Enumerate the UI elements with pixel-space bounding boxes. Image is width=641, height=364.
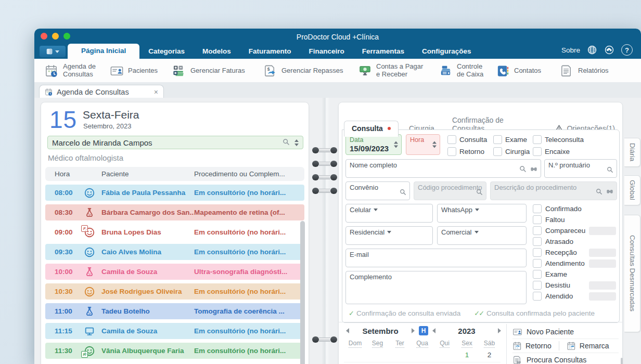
toolbar-contas-pagar-receber[interactable]: Contas a Pagar e Receber xyxy=(358,61,423,80)
search-icon[interactable] xyxy=(399,188,407,196)
menu-tab-modelos[interactable]: Modelos xyxy=(194,44,240,59)
checkbox-atendimento[interactable]: Atendimento xyxy=(533,259,616,267)
appointment-row[interactable]: 10:00 Camila de Souza Ultra-sonografia d… xyxy=(45,264,304,280)
calendar-month[interactable]: Setembro xyxy=(349,327,412,335)
toolbar-pacientes[interactable]: Pacientes xyxy=(110,61,158,80)
data-stepper[interactable] xyxy=(394,141,398,148)
calendar-day[interactable]: 5 xyxy=(389,362,411,364)
prontuario-field[interactable]: N.º prontuário xyxy=(544,159,617,178)
retorno-button[interactable]: Retorno xyxy=(512,341,552,351)
checkbox-confirmado[interactable]: Confirmado xyxy=(533,205,616,213)
celular-field[interactable]: Celular xyxy=(345,204,433,223)
appointment-row[interactable]: 09:00 F Bruna Lopes Dias Em consultório … xyxy=(45,224,304,240)
toolbar-agenda-consultas[interactable]: Agenda de Consultas xyxy=(45,61,96,80)
checkbox-recepcao[interactable]: Recepção xyxy=(533,249,616,256)
dropdown-caret-icon[interactable] xyxy=(387,231,391,233)
calendar-day[interactable]: 2 xyxy=(478,348,501,362)
agenda-scrollbar[interactable] xyxy=(300,221,305,364)
appointment-row[interactable]: 08:00 Fábia de Paula Pessanha Em consult… xyxy=(45,185,304,201)
side-tab-diaria[interactable]: Diária xyxy=(624,138,640,167)
checkbox-encaixe[interactable]: Encaixe xyxy=(533,147,593,156)
calendar-day[interactable] xyxy=(366,348,389,362)
doctor-search-input[interactable]: Marcelo de Miranda Campos xyxy=(47,136,303,149)
today-button[interactable]: H xyxy=(419,326,428,335)
appointment-row[interactable]: 09:30 Caio Alves Molina Em consultório (… xyxy=(45,244,304,260)
calendar-day[interactable] xyxy=(433,348,456,362)
tab-agenda-de-consultas[interactable]: Agenda de Consultas × xyxy=(39,85,164,98)
help-icon[interactable]: ? xyxy=(621,44,633,56)
checkbox-faltou[interactable]: Faltou xyxy=(533,216,616,224)
convenio-field[interactable]: Convênio xyxy=(345,181,410,200)
calendar-day[interactable] xyxy=(344,348,366,362)
search-icon[interactable] xyxy=(282,138,290,148)
calendar-day[interactable] xyxy=(411,348,433,362)
dropdown-caret-icon[interactable] xyxy=(475,231,479,233)
app-menu-button[interactable] xyxy=(40,46,66,57)
checkbox-teleconsulta[interactable]: Teleconsulta xyxy=(533,135,593,144)
panel-scrollbar[interactable] xyxy=(621,358,623,364)
calendar-year[interactable]: 2023 xyxy=(435,327,498,335)
hora-field[interactable]: Hora xyxy=(406,134,440,155)
close-tab-icon[interactable]: × xyxy=(154,88,158,96)
checkbox-exame-status[interactable]: Exame xyxy=(533,270,616,278)
hora-stepper[interactable] xyxy=(432,141,437,148)
toolbar-relatorios[interactable]: Relatórios xyxy=(560,61,609,80)
cloud-sync-icon[interactable] xyxy=(604,45,614,55)
appointment-row[interactable]: 10:30 José Rodrigues Oliveira Em consult… xyxy=(45,283,304,300)
calendar-day[interactable]: 7 xyxy=(433,362,456,364)
checkbox-consulta[interactable]: Consulta xyxy=(447,135,493,144)
next-month-icon[interactable] xyxy=(412,328,415,333)
checkbox-atendido[interactable]: Atendido xyxy=(533,292,616,300)
menu-tab-configuracoes[interactable]: Configurações xyxy=(413,44,480,59)
menu-tab-ferramentas[interactable]: Ferramentas xyxy=(353,44,413,59)
toolbar-gerenciar-faturas[interactable]: Gerenciar Faturas xyxy=(172,61,245,80)
calendar-day[interactable]: 3 xyxy=(344,362,366,364)
menu-tab-faturamento[interactable]: Faturamento xyxy=(240,44,300,59)
novo-paciente-button[interactable]: Novo Paciente xyxy=(512,325,619,339)
side-tab-consultas-desmarcadas[interactable]: Consultas Desmarcadas xyxy=(624,215,640,332)
calendar-day[interactable]: 1 xyxy=(456,348,478,362)
agenda-panel: 15 Sexta-Feira Setembro, 2023 Marcelo de… xyxy=(41,102,309,364)
next-year-icon[interactable] xyxy=(498,328,501,333)
toolbar-controle-caixa[interactable]: Controle de Caixa xyxy=(439,61,483,80)
binoculars-icon[interactable] xyxy=(530,165,538,173)
dropdown-caret-icon[interactable] xyxy=(374,209,378,211)
toolbar-contatos[interactable]: Contatos xyxy=(496,61,541,80)
comercial-field[interactable]: Comercial xyxy=(437,226,527,245)
appointment-row[interactable]: 11:15 Camila de Souza Em consultório (no… xyxy=(45,323,304,339)
globe-icon[interactable] xyxy=(587,45,597,55)
appointment-row[interactable]: 11:00 Tadeu Botelho Tomografia de coerên… xyxy=(45,303,304,319)
appointment-row[interactable]: 08:30 Bárbara Camargo dos San... Mapeame… xyxy=(45,204,304,220)
complemento-field[interactable]: Complemento xyxy=(345,271,527,304)
search-icon[interactable] xyxy=(606,166,614,174)
calendar-day[interactable]: 6 xyxy=(411,362,433,364)
checkbox-atrasado[interactable]: Atrasado xyxy=(533,238,616,245)
whatsapp-field[interactable]: WhatsApp xyxy=(437,204,527,223)
nome-completo-field[interactable]: Nome completo xyxy=(345,159,541,178)
checkbox-compareceu[interactable]: Compareceu xyxy=(533,227,616,235)
data-field[interactable]: Data 15/09/2023 xyxy=(345,134,402,155)
checkbox-retorno[interactable]: Retorno xyxy=(447,147,493,156)
side-tab-global[interactable]: Global xyxy=(624,175,640,205)
residencial-field[interactable]: Residencial xyxy=(345,226,433,245)
procura-consultas-button[interactable]: Procura Consultas xyxy=(512,353,619,364)
menu-tab-pagina-inicial[interactable]: Página Inicial xyxy=(68,44,139,59)
menu-tab-categorias[interactable]: Categorias xyxy=(139,44,194,59)
calendar-day[interactable]: 9 xyxy=(478,362,501,364)
menu-sobre[interactable]: Sobre xyxy=(561,46,580,54)
appointment-row[interactable]: 11:30 R Vânia Albuquerque Faria Em consu… xyxy=(45,343,304,359)
checkbox-desistiu[interactable]: Desistiu xyxy=(533,281,616,289)
checkbox-cirurgia[interactable]: Cirurgia xyxy=(493,147,533,156)
calendar-day[interactable]: 8 xyxy=(456,362,478,364)
calendar-day[interactable] xyxy=(389,348,411,362)
checkbox-exame[interactable]: Exame xyxy=(493,135,533,144)
dropdown-caret-icon[interactable] xyxy=(475,209,479,211)
tab-consulta[interactable]: Consulta xyxy=(344,121,399,137)
remarca-button[interactable]: Remarca xyxy=(567,341,609,351)
toolbar-gerenciar-repasses[interactable]: Gerenciar Repasses xyxy=(263,61,343,80)
doctor-stepper[interactable] xyxy=(294,139,299,146)
search-icon[interactable] xyxy=(519,165,527,173)
email-field[interactable]: E-mail xyxy=(345,249,527,267)
calendar-day[interactable]: 4 xyxy=(366,362,389,364)
menu-tab-financeiro[interactable]: Financeiro xyxy=(300,44,353,59)
